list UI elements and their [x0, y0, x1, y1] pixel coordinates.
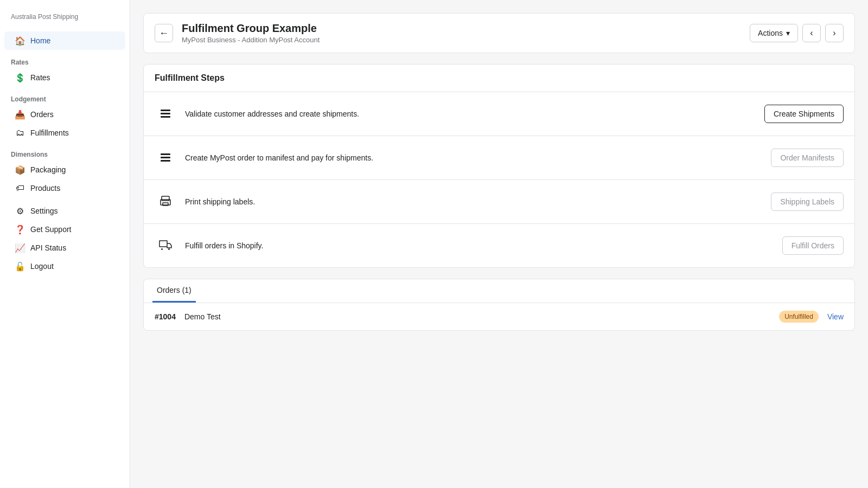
status-badge: Unfulfilled: [779, 311, 819, 323]
fulfill-orders-button[interactable]: Fulfill Orders: [782, 236, 844, 255]
support-icon: ❓: [15, 224, 25, 234]
header-actions: Actions ▾ ‹ ›: [750, 24, 844, 42]
logout-icon: 🔓: [15, 261, 25, 271]
sidebar-item-settings[interactable]: ⚙ Settings: [4, 202, 125, 220]
sidebar-section-dimensions: Dimensions: [0, 142, 130, 160]
actions-button[interactable]: Actions ▾: [750, 24, 798, 42]
step-text-create-shipments: Validate customer addresses and create s…: [185, 110, 756, 118]
step-row-create-shipments: Validate customer addresses and create s…: [144, 92, 854, 136]
page-title-block: Fulfilment Group Example MyPost Business…: [182, 22, 741, 44]
step-row-order-manifests: Create MyPost order to manifest and pay …: [144, 136, 854, 180]
svg-rect-2: [161, 116, 170, 118]
step-row-fulfill-orders: Fulfill orders in Shopify. Fulfill Order…: [144, 224, 854, 267]
chevron-left-icon: ‹: [810, 28, 813, 38]
sidebar-item-get-support[interactable]: ❓ Get Support: [4, 220, 125, 239]
create-shipments-button[interactable]: Create Shipments: [764, 105, 844, 123]
svg-rect-5: [161, 160, 170, 162]
shipping-labels-button[interactable]: Shipping Labels: [771, 192, 844, 211]
back-arrow-icon: ←: [159, 28, 169, 39]
svg-rect-8: [163, 203, 168, 206]
chevron-right-icon: ›: [833, 28, 835, 38]
prev-nav-button[interactable]: ‹: [802, 24, 821, 42]
fulfillment-steps-card: Fulfillment Steps Validate customer addr…: [143, 64, 855, 268]
step-icon-truck: [155, 235, 176, 256]
svg-point-10: [168, 248, 170, 250]
sidebar-brand: Australia Post Shipping: [0, 13, 130, 31]
sidebar-item-products[interactable]: 🏷 Products: [4, 179, 125, 197]
api-status-icon: 📈: [15, 243, 25, 253]
step-text-order-manifests: Create MyPost order to manifest and pay …: [185, 153, 762, 162]
step-icon-list: [155, 103, 176, 125]
sidebar-item-fulfillments[interactable]: 🗂 Fulfillments: [4, 124, 125, 142]
svg-point-9: [161, 248, 163, 250]
home-icon: 🏠: [15, 36, 25, 46]
sidebar-section-lodgement: Lodgement: [0, 87, 130, 105]
page-subtitle: MyPost Business - Addition MyPost Accoun…: [182, 36, 741, 44]
sidebar-item-packaging[interactable]: 📦 Packaging: [4, 160, 125, 179]
sidebar: Australia Post Shipping 🏠 Home Rates 💲 R…: [0, 0, 130, 488]
svg-rect-0: [161, 110, 170, 111]
table-row: #1004 Demo Test Unfulfilled View: [144, 303, 854, 330]
step-text-shipping-labels: Print shipping labels.: [185, 197, 762, 206]
page-header: ← Fulfilment Group Example MyPost Busine…: [143, 13, 855, 53]
svg-rect-4: [161, 157, 170, 158]
order-manifests-button[interactable]: Order Manifests: [771, 149, 844, 167]
orders-icon: 📥: [15, 110, 25, 119]
orders-card: Orders (1) #1004 Demo Test Unfulfilled V…: [143, 279, 855, 331]
svg-rect-3: [161, 153, 170, 155]
order-name: Demo Test: [184, 312, 770, 321]
sidebar-item-api-status[interactable]: 📈 API Status: [4, 239, 125, 257]
settings-icon: ⚙: [15, 206, 25, 216]
next-nav-button[interactable]: ›: [825, 24, 844, 42]
sidebar-item-orders[interactable]: 📥 Orders: [4, 105, 125, 124]
page-title: Fulfilment Group Example: [182, 22, 741, 35]
orders-tabs: Orders (1): [144, 279, 854, 303]
step-text-fulfill-orders: Fulfill orders in Shopify.: [185, 241, 774, 250]
packaging-icon: 📦: [15, 165, 25, 175]
sidebar-item-rates[interactable]: 💲 Rates: [4, 68, 125, 87]
fulfillment-steps-title: Fulfillment Steps: [144, 65, 854, 92]
products-icon: 🏷: [15, 183, 25, 193]
main-content: ← Fulfilment Group Example MyPost Busine…: [130, 0, 868, 488]
dollar-icon: 💲: [15, 73, 25, 82]
step-row-shipping-labels: Print shipping labels. Shipping Labels: [144, 180, 854, 224]
sidebar-section-rates: Rates: [0, 50, 130, 68]
order-id: #1004: [155, 312, 176, 321]
svg-rect-1: [161, 113, 170, 114]
fulfillments-icon: 🗂: [15, 128, 25, 138]
svg-rect-6: [162, 196, 169, 201]
chevron-down-icon: ▾: [786, 29, 790, 37]
step-icon-manifest: [155, 147, 176, 169]
back-button[interactable]: ←: [155, 24, 173, 42]
view-order-link[interactable]: View: [827, 312, 844, 321]
step-icon-print: [155, 191, 176, 213]
sidebar-item-logout[interactable]: 🔓 Logout: [4, 257, 125, 275]
orders-tab[interactable]: Orders (1): [152, 279, 196, 303]
sidebar-item-home[interactable]: 🏠 Home: [4, 31, 125, 50]
